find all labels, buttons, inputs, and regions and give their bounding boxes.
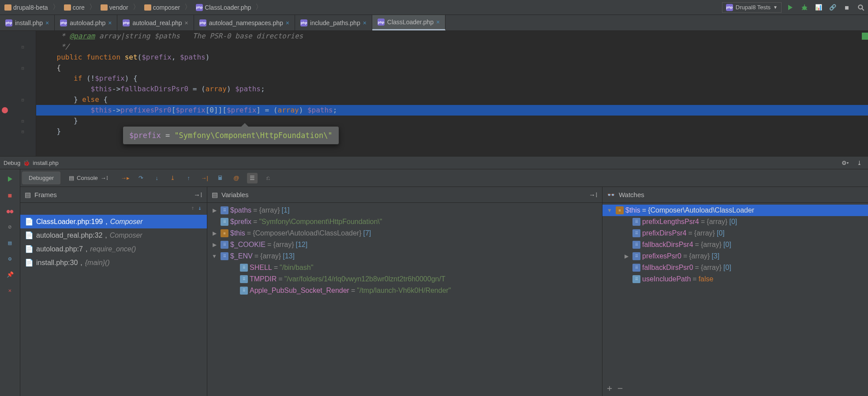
close-icon[interactable]: × — [436, 19, 440, 26]
php-file-icon: php — [123, 19, 130, 26]
tab-install[interactable]: phpinstall.php× — [0, 15, 55, 30]
settings-icon[interactable]: ⚙▾ — [840, 157, 850, 168]
breakpoint-line[interactable]: $this->prefixesPsr0[$prefix[0]][$prefix]… — [36, 105, 868, 116]
variable-row[interactable]: ⠿ Apple_PubSub_Socket_Render = "/tmp/lau… — [207, 285, 602, 296]
php-file-icon: 📄 — [25, 231, 34, 239]
expand-icon[interactable]: ▶ — [210, 207, 219, 213]
crumb-root[interactable]: drupal8-beta — [2, 3, 51, 12]
debug-session-file[interactable]: install.php — [33, 160, 59, 166]
variable-row[interactable]: ▶⠿ $paths = {array} [1] — [207, 205, 602, 216]
console-tab[interactable]: ▤ Console →⁞ — [62, 172, 115, 184]
crumb-vendor[interactable]: vendor — [98, 3, 131, 12]
watch-row[interactable]: ⠿ fallbackDirsPsr0 = {array} [0] — [602, 262, 868, 273]
next-frame-button[interactable]: ↓ — [198, 205, 202, 211]
variable-row[interactable]: ▼⠿ $_ENV = {array} [13] — [207, 250, 602, 262]
watch-row[interactable]: ▶⠿ prefixesPsr0 = {array} [3] — [602, 250, 868, 262]
object-icon: ≡ — [616, 206, 624, 214]
add-watch-button[interactable]: + — [607, 383, 612, 393]
fold-icon[interactable]: ⊟ — [21, 45, 24, 49]
force-step-into-button[interactable]: ⤓ — [168, 173, 178, 183]
crumb-composer[interactable]: composer — [142, 3, 183, 12]
run-to-cursor-button[interactable]: →| — [199, 173, 210, 183]
close-icon[interactable]: × — [108, 19, 112, 26]
php-file-icon: 📄 — [25, 258, 34, 267]
frame-row[interactable]: 📄autoload.php:7, require_once() — [20, 242, 207, 256]
search-button[interactable] — [856, 2, 866, 13]
variable-row[interactable]: ⠿ TMPDIR = "/var/folders/14/rlq0vwyn12b8… — [207, 273, 602, 285]
close-icon[interactable]: × — [363, 19, 367, 26]
folder-icon — [64, 4, 71, 11]
history-marker[interactable] — [862, 33, 868, 40]
watch-row[interactable]: ⠿ prefixLengthsPsr4 = {array} [0] — [602, 216, 868, 228]
settings-button[interactable]: ⚙ — [4, 252, 16, 265]
tab-autoload[interactable]: phpautoload.php× — [55, 15, 117, 30]
array-icon: ⠿ — [221, 206, 228, 214]
crumb-file[interactable]: phpClassLoader.php — [193, 3, 254, 12]
coverage-button[interactable]: 📊 — [813, 2, 824, 13]
debug-title: Debug — [4, 160, 20, 166]
fold-icon[interactable]: ⊟ — [21, 66, 24, 71]
pin-button[interactable]: 📌 — [4, 268, 16, 280]
run-button[interactable] — [785, 2, 796, 13]
tab-include-paths[interactable]: phpinclude_paths.php× — [295, 15, 372, 30]
quick-evaluate-button[interactable]: @ — [231, 173, 242, 183]
resume-button[interactable] — [4, 173, 16, 185]
close-icon[interactable]: × — [286, 19, 289, 26]
variable-row[interactable]: ▶≡ $this = {Composer\Autoload\ClassLoade… — [207, 228, 602, 239]
view-breakpoints-button[interactable]: ●● — [4, 205, 16, 217]
debugger-tab[interactable]: Debugger — [22, 172, 60, 184]
prev-frame-button[interactable]: ↑ — [191, 205, 195, 211]
step-out-button[interactable]: ↑ — [183, 173, 194, 183]
fold-icon[interactable]: ⊟ — [21, 119, 24, 123]
stop-button[interactable]: ■ — [4, 189, 16, 201]
attach-button[interactable]: 🔗 — [827, 2, 838, 13]
mute-breakpoints-button[interactable]: ⊘ — [4, 220, 16, 233]
expand-icon[interactable]: ▶ — [210, 230, 219, 236]
close-icon[interactable]: × — [185, 19, 188, 26]
variable-row[interactable]: ▶⠿ $_COOKIE = {array} [12] — [207, 239, 602, 250]
php-file-icon: php — [378, 19, 385, 26]
crumb-core[interactable]: core — [61, 3, 87, 12]
step-into-button[interactable]: ↓ — [152, 173, 162, 183]
remove-watch-button[interactable]: − — [617, 383, 623, 393]
watch-row[interactable]: ▼≡ $this = {Composer\Autoload\ClassLoade… — [602, 205, 868, 216]
debug-button[interactable] — [799, 2, 810, 13]
step-over-button[interactable]: ↷ — [136, 173, 146, 183]
close-button[interactable]: × — [4, 284, 16, 296]
panel-title: Frames — [34, 191, 57, 198]
watch-row[interactable]: ⠿ fallbackDirsPsr4 = {array} [0] — [602, 239, 868, 250]
collapse-icon[interactable]: ▼ — [210, 253, 219, 259]
tab-autoload-ns[interactable]: phpautoload_namespaces.php× — [194, 15, 295, 30]
layout-button[interactable]: ▤ — [4, 236, 16, 249]
breakpoint-gutter[interactable] — [0, 31, 10, 156]
hide-panel-icon[interactable]: →⁞ — [194, 191, 202, 199]
frame-row[interactable]: 📄autoload_real.php:32, Composer — [20, 228, 207, 242]
expand-icon[interactable]: ▶ — [622, 253, 631, 259]
variable-row[interactable]: ⠿ $prefix = "Symfony\Component\HttpFound… — [207, 216, 602, 228]
evaluate-button[interactable]: 🖩 — [215, 173, 226, 183]
fold-icon[interactable]: ⊟ — [21, 97, 24, 102]
breakpoint-icon[interactable] — [2, 107, 8, 113]
watch-row[interactable]: ⠿ useIncludePath = false — [602, 273, 868, 285]
close-icon[interactable]: × — [45, 19, 49, 26]
tab-autoload-real[interactable]: phpautoload_real.php× — [117, 15, 194, 30]
fold-gutter[interactable]: ⊟ ⊟ ⊟ ⊟ ⊟ — [10, 31, 36, 156]
code-editor[interactable]: ⊟ ⊟ ⊟ ⊟ ⊟ * @param array|string $paths T… — [0, 31, 868, 156]
hide-panel-icon[interactable]: →⁞ — [589, 191, 598, 199]
restore-layout-button[interactable]: ⎌ — [263, 173, 273, 183]
toggle-button[interactable]: ☰ — [247, 173, 258, 183]
collapse-icon[interactable]: ▼ — [605, 207, 614, 213]
stop-button[interactable]: ■ — [842, 2, 852, 13]
frame-row[interactable]: 📄install.php:30, {main}() — [20, 256, 207, 269]
watch-row[interactable]: ⠿ prefixDirsPsr4 = {array} [0] — [602, 228, 868, 239]
variable-row[interactable]: ⠿ SHELL = "/bin/bash" — [207, 262, 602, 273]
run-config-selector[interactable]: php Drupal8 Tests ▼ — [722, 2, 782, 13]
folder-icon — [144, 4, 151, 11]
fold-icon[interactable]: ⊟ — [21, 129, 24, 134]
show-execution-point-button[interactable]: →▸ — [120, 173, 131, 183]
expand-icon[interactable]: ▶ — [210, 242, 219, 248]
tab-classloader[interactable]: phpClassLoader.php× — [372, 15, 445, 30]
breadcrumbs[interactable]: drupal8-beta 〉 core 〉 vendor 〉 composer … — [2, 3, 263, 12]
frame-row[interactable]: 📄ClassLoader.php:199, Composer — [20, 215, 207, 228]
hide-icon[interactable]: ⤓ — [854, 157, 864, 168]
